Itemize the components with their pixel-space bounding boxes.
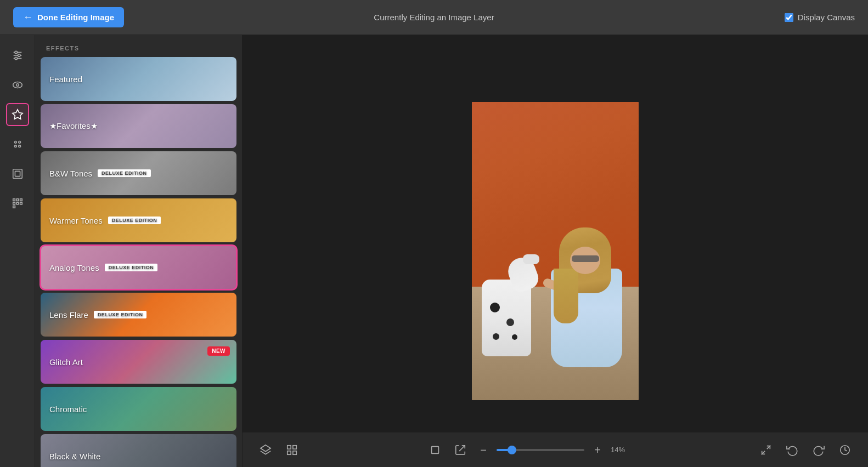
effect-item-black-white[interactable]: Black & White — [41, 434, 236, 467]
redo-button[interactable] — [809, 440, 828, 460]
apps-icon-button[interactable] — [6, 133, 29, 156]
display-canvas-checkbox[interactable] — [785, 13, 793, 22]
frame-icon-button[interactable] — [6, 162, 29, 185]
effect-label-chromatic: Chromatic — [49, 405, 87, 414]
svg-rect-24 — [293, 445, 296, 448]
svg-rect-20 — [20, 202, 22, 204]
svg-rect-26 — [293, 451, 296, 454]
layers-icon — [260, 444, 272, 456]
effect-item-analog-tones[interactable]: Analog Tones DELUXE EDITION — [41, 246, 236, 289]
grid-button[interactable] — [282, 440, 302, 460]
svg-point-4 — [18, 54, 20, 57]
effect-item-lens-flare[interactable]: Lens Flare DELUXE EDITION — [41, 293, 236, 337]
zoom-in-icon: + — [594, 445, 601, 455]
adjustments-icon — [12, 49, 24, 61]
effects-header: EFFECTS — [35, 35, 242, 57]
canvas-area: − + 14% — [243, 35, 868, 467]
effect-item-warmer-tones[interactable]: Warmer Tones DELUXE EDITION — [41, 198, 236, 242]
effect-item-favorites[interactable]: ★Favorites★ — [41, 104, 236, 148]
apps-icon — [12, 138, 24, 150]
svg-point-11 — [14, 145, 16, 147]
svg-point-9 — [14, 141, 16, 144]
zoom-percent-label: 14% — [611, 446, 633, 454]
main-layout: EFFECTS Featured ★Favorites★ B&W Tones D… — [0, 35, 868, 467]
effect-label-black-white: Black & White — [49, 452, 100, 461]
effect-item-glitch-art[interactable]: Glitch Art NEW — [41, 340, 236, 384]
toolbar-right-group — [756, 440, 855, 460]
crop-button[interactable] — [425, 440, 445, 460]
svg-rect-27 — [432, 446, 439, 453]
display-canvas-toggle[interactable]: Display Canvas — [785, 13, 855, 22]
svg-point-3 — [14, 51, 17, 54]
effect-label-warmer-tones: Warmer Tones — [49, 216, 103, 225]
new-badge-glitch: NEW — [207, 346, 230, 356]
svg-marker-22 — [261, 445, 270, 451]
preview-icon-button[interactable] — [6, 73, 29, 96]
icon-sidebar — [0, 35, 35, 467]
image-preview — [472, 102, 639, 400]
svg-rect-18 — [13, 202, 15, 204]
effect-item-featured[interactable]: Featured — [41, 57, 236, 101]
svg-rect-16 — [16, 199, 19, 201]
svg-line-28 — [459, 445, 465, 451]
photo-dog — [482, 247, 542, 356]
deluxe-badge-analog: DELUXE EDITION — [105, 264, 158, 271]
zoom-out-icon: − — [480, 445, 487, 455]
svg-rect-25 — [288, 451, 291, 454]
svg-rect-21 — [13, 206, 15, 208]
effect-item-bw-tones[interactable]: B&W Tones DELUXE EDITION — [41, 151, 236, 195]
done-editing-button[interactable]: ← Done Editing Image — [13, 7, 124, 27]
adjustments-icon-button[interactable] — [6, 44, 29, 67]
fit-icon — [760, 444, 772, 456]
zoom-out-button[interactable]: − — [476, 442, 491, 458]
zoom-in-button[interactable]: + — [590, 442, 605, 458]
svg-point-12 — [18, 145, 20, 147]
fit-button[interactable] — [756, 440, 776, 460]
toolbar-center-group: − + 14% — [425, 440, 633, 460]
display-canvas-text: Display Canvas — [798, 13, 855, 22]
svg-point-6 — [13, 82, 22, 88]
photo-person — [551, 225, 628, 367]
svg-point-10 — [18, 141, 20, 144]
frame-icon — [12, 168, 24, 180]
grid-icon — [286, 444, 298, 456]
export-button[interactable] — [450, 440, 470, 460]
toolbar-left-group — [256, 440, 302, 460]
svg-marker-8 — [12, 110, 22, 119]
svg-rect-17 — [20, 199, 22, 201]
deluxe-badge-bw: DELUXE EDITION — [98, 169, 151, 177]
favorites-icon-button[interactable] — [6, 103, 29, 126]
deluxe-badge-warmer: DELUXE EDITION — [108, 217, 161, 224]
effects-panel: EFFECTS Featured ★Favorites★ B&W Tones D… — [35, 35, 243, 467]
svg-point-5 — [14, 57, 17, 60]
topbar: ← Done Editing Image Currently Editing a… — [0, 0, 868, 35]
effect-label-analog-tones: Analog Tones — [49, 263, 99, 272]
back-arrow-icon: ← — [23, 12, 33, 23]
svg-rect-14 — [15, 171, 20, 176]
bottom-toolbar: − + 14% — [243, 432, 868, 467]
effect-label-bw-tones: B&W Tones — [49, 169, 92, 178]
svg-rect-15 — [13, 199, 15, 201]
texture-icon — [12, 197, 24, 209]
svg-rect-19 — [16, 202, 19, 204]
effect-label-favorites: ★Favorites★ — [49, 121, 98, 131]
redo-icon — [813, 444, 825, 456]
svg-point-7 — [16, 84, 19, 87]
undo-button[interactable] — [782, 440, 802, 460]
effect-item-chromatic[interactable]: Chromatic — [41, 387, 236, 431]
effect-label-glitch-art: Glitch Art — [49, 357, 83, 367]
zoom-slider[interactable] — [497, 449, 584, 451]
texture-icon-button[interactable] — [6, 192, 29, 215]
export-icon — [454, 444, 466, 456]
done-button-label: Done Editing Image — [37, 13, 114, 22]
history-button[interactable] — [835, 440, 855, 460]
crop-icon — [429, 444, 441, 456]
history-icon — [839, 444, 851, 456]
effect-label-featured: Featured — [49, 75, 82, 84]
effect-label-lens-flare: Lens Flare — [49, 310, 88, 320]
star-icon — [12, 109, 24, 121]
effects-list: Featured ★Favorites★ B&W Tones DELUXE ED… — [35, 57, 242, 467]
layers-button[interactable] — [256, 440, 275, 460]
undo-icon — [786, 444, 798, 456]
photo-background — [472, 102, 639, 400]
